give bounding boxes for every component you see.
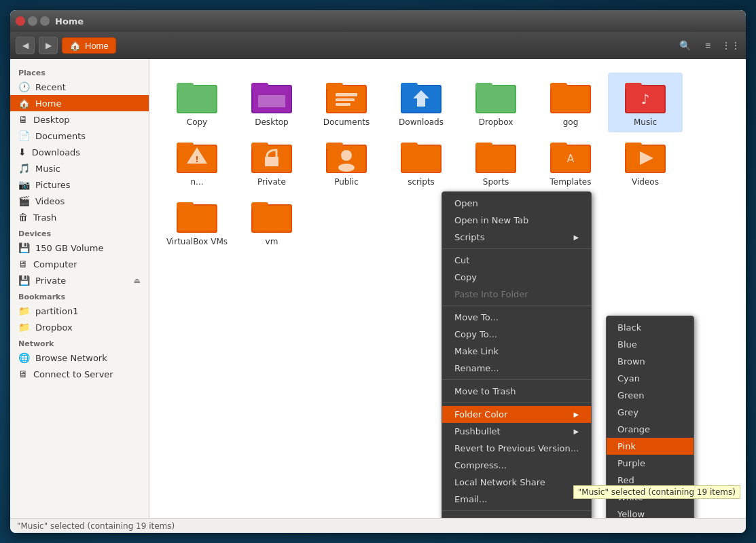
cm-open[interactable]: Open bbox=[442, 195, 591, 212]
cm-copy-to[interactable]: Copy To... bbox=[442, 326, 591, 343]
file-item-scripts[interactable]: scripts bbox=[384, 132, 458, 192]
file-label: Videos bbox=[632, 177, 659, 187]
color-cyan[interactable]: Cyan bbox=[607, 370, 694, 387]
svg-rect-35 bbox=[265, 157, 278, 166]
file-label: vm bbox=[266, 237, 278, 246]
file-item-music[interactable]: ♪ Music bbox=[608, 73, 683, 132]
file-label: Copy bbox=[187, 117, 207, 127]
sidebar-item-trash[interactable]: 🗑 Trash bbox=[10, 209, 149, 225]
cm-make-link[interactable]: Make Link bbox=[442, 343, 591, 360]
color-orange[interactable]: Orange bbox=[607, 421, 694, 438]
svg-rect-12 bbox=[336, 103, 350, 106]
color-black[interactable]: Black bbox=[607, 319, 694, 336]
file-item-gog[interactable]: gog bbox=[533, 73, 608, 132]
cm-move-trash[interactable]: Move to Trash bbox=[442, 383, 591, 400]
main-area: Places 🕐 Recent 🏠 Home 🖥 Desktop 📄 Docum… bbox=[10, 59, 746, 518]
cm-pushbullet[interactable]: Pushbullet ▶ bbox=[442, 423, 591, 440]
color-blue[interactable]: Blue bbox=[607, 336, 694, 353]
color-grey[interactable]: Grey bbox=[607, 404, 694, 421]
sidebar-item-downloads[interactable]: ⬇ Downloads bbox=[10, 144, 149, 160]
file-item-private[interactable]: Private bbox=[234, 132, 309, 192]
file-item-dropbox[interactable]: Dropbox bbox=[458, 73, 533, 132]
cm-revert[interactable]: Revert to Previous Version... bbox=[442, 440, 591, 457]
file-item-noticeable[interactable]: ! n... bbox=[160, 132, 234, 192]
context-menu: Open Open in New Tab Scripts ▶ Cut Copy … bbox=[442, 191, 592, 518]
file-item-sports[interactable]: Sports bbox=[458, 132, 533, 192]
sidebar-item-label: 150 GB Volume bbox=[35, 243, 103, 253]
sidebar-item-pictures[interactable]: 📷 Pictures bbox=[10, 176, 149, 193]
cm-separator-5 bbox=[442, 510, 591, 511]
sidebar: Places 🕐 Recent 🏠 Home 🖥 Desktop 📄 Docum… bbox=[10, 59, 149, 518]
sidebar-item-connect-server[interactable]: 🖥 Connect to Server bbox=[10, 366, 149, 382]
submenu-arrow-color: ▶ bbox=[573, 411, 579, 418]
cm-local-network[interactable]: Local Network Share bbox=[442, 474, 591, 491]
file-item-templates[interactable]: A Templates bbox=[533, 132, 608, 192]
sidebar-item-home[interactable]: 🏠 Home bbox=[10, 95, 149, 111]
folder-icon-copy bbox=[177, 78, 217, 113]
cm-move-to[interactable]: Move To... bbox=[442, 309, 591, 326]
file-item-copy[interactable]: Copy bbox=[160, 73, 234, 132]
minimize-button[interactable] bbox=[28, 16, 37, 26]
cm-scripts[interactable]: Scripts ▶ bbox=[442, 229, 591, 246]
cm-folder-color[interactable]: Folder Color ▶ bbox=[442, 406, 591, 423]
cm-paste-into[interactable]: Paste Into Folder bbox=[442, 286, 591, 303]
folder-icon-gog bbox=[550, 78, 591, 113]
search-button[interactable]: 🔍 bbox=[675, 37, 694, 54]
location-label: Home bbox=[85, 41, 109, 51]
sidebar-item-recent[interactable]: 🕐 Recent bbox=[10, 79, 149, 95]
file-item-virtualbox[interactable]: VirtualBox VMs bbox=[160, 192, 234, 252]
eject-button[interactable]: ⏏ bbox=[134, 276, 141, 285]
file-item-downloads[interactable]: Downloads bbox=[384, 73, 458, 132]
svg-rect-6 bbox=[258, 95, 285, 107]
color-brown[interactable]: Brown bbox=[607, 353, 694, 370]
grid-view-button[interactable]: ⋮⋮ bbox=[721, 37, 740, 54]
folder-icon-templates: A bbox=[550, 138, 591, 173]
cm-rename[interactable]: Rename... bbox=[442, 360, 591, 377]
sidebar-item-desktop[interactable]: 🖥 Desktop bbox=[10, 111, 149, 128]
forward-button[interactable]: ▶ bbox=[39, 37, 58, 54]
location-button[interactable]: 🏠 Home bbox=[62, 37, 116, 54]
file-item-public[interactable]: Public bbox=[309, 132, 384, 192]
cm-properties[interactable]: Properties bbox=[442, 514, 591, 518]
sidebar-item-private[interactable]: 💾 Private ⏏ bbox=[10, 272, 149, 288]
color-green[interactable]: Green bbox=[607, 387, 694, 404]
cm-cut[interactable]: Cut bbox=[442, 252, 591, 269]
cm-open-new-tab[interactable]: Open in New Tab bbox=[442, 212, 591, 229]
color-purple[interactable]: Purple bbox=[607, 455, 694, 472]
cm-compress[interactable]: Compress... bbox=[442, 457, 591, 474]
sidebar-item-videos[interactable]: 🎬 Videos bbox=[10, 193, 149, 209]
sidebar-item-label: Home bbox=[35, 98, 61, 109]
sidebar-item-computer[interactable]: 🖥 Computer bbox=[10, 256, 149, 272]
sidebar-item-dropbox-bm[interactable]: 📁 Dropbox bbox=[10, 319, 149, 335]
computer-icon: 🖥 bbox=[18, 259, 28, 269]
sidebar-item-partition1[interactable]: 📁 partition1 bbox=[10, 303, 149, 319]
file-item-documents[interactable]: Documents bbox=[309, 73, 384, 132]
sidebar-item-150gb[interactable]: 💾 150 GB Volume bbox=[10, 240, 149, 256]
cm-copy[interactable]: Copy bbox=[442, 269, 591, 286]
file-item-videos[interactable]: Videos bbox=[608, 132, 683, 192]
color-yellow[interactable]: Yellow bbox=[607, 506, 694, 518]
places-section-title: Places bbox=[10, 64, 149, 79]
color-pink[interactable]: Pink bbox=[607, 438, 694, 455]
tooltip-text: "Music" selected (containing 19 items) bbox=[578, 487, 736, 497]
file-item-vm[interactable]: vm bbox=[234, 192, 309, 252]
cm-email[interactable]: Email... bbox=[442, 491, 591, 508]
list-view-button[interactable]: ≡ bbox=[698, 37, 717, 54]
folder-icon-sports bbox=[475, 138, 516, 173]
file-item-desktop[interactable]: Desktop bbox=[234, 73, 309, 132]
folder-icon-private bbox=[251, 138, 292, 173]
sidebar-item-label: Trash bbox=[33, 212, 56, 223]
maximize-button[interactable] bbox=[40, 16, 50, 26]
folder-icon-music: ♪ bbox=[625, 78, 666, 113]
folder-icon-dropbox bbox=[475, 78, 516, 113]
titlebar: Home bbox=[10, 10, 746, 32]
close-button[interactable] bbox=[16, 16, 25, 26]
sidebar-item-music[interactable]: 🎵 Music bbox=[10, 160, 149, 176]
submenu-arrow-pushbullet: ▶ bbox=[573, 428, 579, 435]
folder-icon-public bbox=[326, 138, 367, 173]
sidebar-item-documents[interactable]: 📄 Documents bbox=[10, 128, 149, 144]
devices-section-title: Devices bbox=[10, 225, 149, 240]
back-button[interactable]: ◀ bbox=[16, 37, 35, 54]
server-icon: 🖥 bbox=[18, 369, 28, 379]
sidebar-item-browse-network[interactable]: 🌐 Browse Network bbox=[10, 350, 149, 366]
